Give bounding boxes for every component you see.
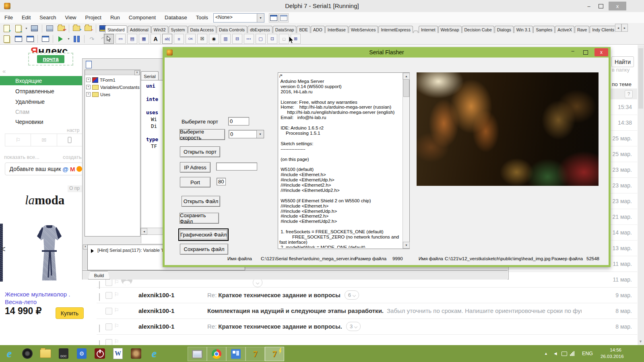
tray-language[interactable]: ENG bbox=[582, 345, 593, 362]
row-checkbox[interactable] bbox=[105, 323, 112, 330]
filter-flag-button[interactable]: ⚐ bbox=[5, 134, 31, 146]
thread-expander-icon[interactable] bbox=[99, 293, 100, 300]
component-listbox[interactable]: ▥ bbox=[221, 34, 231, 44]
find-button[interactable]: Найти bbox=[611, 56, 634, 67]
flasher-titlebar[interactable]: Serial Flasher – x bbox=[163, 47, 611, 58]
tree-item-variables[interactable]: + Variables/Constants bbox=[86, 84, 140, 90]
mail-subject[interactable]: Краткое техническое задание и вопросы. bbox=[218, 323, 342, 330]
tab-rave[interactable]: Rave bbox=[575, 26, 590, 33]
component-combobox[interactable]: ⊟ bbox=[232, 34, 242, 44]
trace-into-button[interactable]: ↷ bbox=[87, 34, 97, 43]
open-dropdown-icon[interactable]: ▼ bbox=[25, 27, 28, 30]
tab-additional[interactable]: Additional bbox=[128, 26, 151, 33]
add-file-button[interactable]: + bbox=[72, 24, 82, 33]
expand-icon[interactable]: + bbox=[86, 85, 91, 89]
maximize-button[interactable] bbox=[595, 2, 607, 10]
port-button[interactable]: Port bbox=[180, 177, 211, 187]
scrollbar-thumb[interactable] bbox=[403, 79, 409, 97]
taskbar-media-icon[interactable] bbox=[21, 348, 33, 360]
component-checkbox[interactable]: ☒ bbox=[197, 34, 207, 44]
ad-about-link[interactable]: О пр bbox=[68, 185, 84, 192]
set-debug-desktop-button[interactable] bbox=[279, 13, 289, 23]
filter-unread-button[interactable]: ✉ bbox=[31, 134, 57, 146]
open-port-button[interactable]: Открыть порт bbox=[180, 146, 220, 157]
thread-expander-icon[interactable] bbox=[99, 325, 100, 332]
mail-row[interactable]: ⚐ alexnik100-1 Re: Краткое техническое з… bbox=[97, 319, 611, 334]
component-popupmenu[interactable]: ▦ bbox=[139, 34, 149, 44]
tree-item-uses[interactable]: + Uses bbox=[86, 91, 110, 98]
tree-item-tform1[interactable]: + TForm1 bbox=[86, 76, 116, 83]
close-button[interactable]: x bbox=[609, 2, 626, 10]
tab-decision-cube[interactable]: Decision Cube bbox=[462, 26, 494, 33]
flag-icon[interactable]: ⚐ bbox=[114, 307, 119, 313]
tab-websnap[interactable]: WebSnap bbox=[438, 26, 462, 33]
tab-datasnap[interactable]: DataSnap bbox=[273, 26, 297, 33]
thread-count-badge[interactable]: 3 bbox=[346, 322, 361, 331]
component-mainmenu[interactable]: ▤ bbox=[127, 34, 137, 44]
tab-internetexpress[interactable]: InternetExpress bbox=[378, 26, 413, 33]
create-link[interactable]: создать bbox=[63, 154, 82, 160]
select-speed-button[interactable]: Выберите скорость bbox=[180, 129, 225, 140]
desktop-layout-combobox[interactable]: <None> ▼ bbox=[213, 13, 264, 23]
menu-run[interactable]: Run bbox=[106, 14, 124, 21]
tabs-scroll-left-icon[interactable]: ◄ bbox=[615, 24, 621, 32]
component-groupbox[interactable]: ▢ bbox=[256, 34, 266, 44]
ad-product-link[interactable]: Женское мультиколор . Весна-лето bbox=[5, 290, 70, 306]
settings-link[interactable]: настр bbox=[67, 128, 79, 133]
menu-tools[interactable]: Tools bbox=[192, 14, 213, 21]
tab-internet2[interactable]: Internet bbox=[419, 26, 438, 33]
mail-subject[interactable]: Комплектация на идущий и следующие этапы… bbox=[207, 307, 384, 314]
tray-clock[interactable]: 14:56 26.03.2016 bbox=[601, 347, 621, 360]
flag-icon[interactable]: ⚐ bbox=[114, 291, 119, 298]
tray-volume-icon[interactable]: ◄ bbox=[553, 345, 558, 362]
component-panel[interactable]: □ bbox=[279, 34, 289, 44]
tab-activex[interactable]: ActiveX bbox=[555, 26, 574, 33]
view-form-button[interactable] bbox=[13, 34, 23, 43]
component-label[interactable]: A bbox=[151, 34, 161, 44]
sidebar-item-spam[interactable]: Спам bbox=[0, 107, 83, 116]
scroll-up-icon[interactable]: ▲ bbox=[403, 73, 410, 80]
treeview-close-icon[interactable]: x bbox=[134, 70, 140, 75]
ip-address-input[interactable] bbox=[216, 162, 257, 171]
buy-button[interactable]: Купить bbox=[56, 307, 84, 319]
filter-attachment-button[interactable] bbox=[57, 134, 83, 146]
search-in-folder-link[interactable]: в папку bbox=[612, 67, 630, 73]
memo-scrollbar[interactable]: ▲ ▼ bbox=[402, 73, 409, 249]
tab-dialogs[interactable]: Dialogs bbox=[495, 26, 514, 33]
row-checkbox[interactable] bbox=[105, 308, 112, 315]
taskbar-doc-app-icon[interactable]: DOC bbox=[58, 348, 70, 360]
menu-file[interactable]: File bbox=[0, 14, 17, 21]
help-button-small[interactable]: ? bbox=[625, 90, 633, 98]
taskbar-camera-app-icon[interactable] bbox=[130, 348, 142, 360]
tab-data-controls[interactable]: Data Controls bbox=[217, 26, 247, 33]
tab-win31[interactable]: Win 3.1 bbox=[514, 26, 533, 33]
component-frames[interactable]: ▭ bbox=[116, 34, 126, 44]
tab-indy-clients[interactable]: Indy Clients bbox=[590, 26, 615, 33]
save-all-button[interactable] bbox=[45, 24, 55, 33]
task-screenshot-app[interactable] bbox=[188, 347, 207, 361]
scroll-down-icon[interactable]: ▼ bbox=[639, 339, 642, 343]
menu-database[interactable]: Database bbox=[160, 14, 192, 21]
pause-button[interactable] bbox=[72, 34, 82, 43]
mail-row[interactable]: ⚐ alexnik100-1 Re: Краткое техническое з… bbox=[97, 287, 611, 303]
component-scrollbar[interactable]: ▪▪▪ bbox=[244, 34, 254, 44]
toggle-form-unit-button[interactable] bbox=[25, 34, 35, 43]
tab-win32[interactable]: Win32 bbox=[151, 26, 168, 33]
component-memo[interactable]: ≡ bbox=[174, 34, 184, 44]
search-by-subject-link[interactable]: по теме bbox=[612, 81, 632, 87]
tray-display-icon[interactable] bbox=[561, 345, 567, 362]
collapse-sidebar-icon[interactable]: « bbox=[2, 68, 6, 74]
remove-file-button[interactable]: − bbox=[83, 24, 93, 33]
tab-system[interactable]: System bbox=[169, 26, 188, 33]
task-delphi[interactable]: 7 bbox=[246, 347, 265, 361]
expand-icon[interactable]: + bbox=[86, 92, 91, 97]
sidebar-item-drafts[interactable]: Черновики bbox=[0, 117, 83, 126]
port-value-input[interactable]: 80 bbox=[217, 178, 226, 185]
new-form-button[interactable] bbox=[40, 34, 50, 43]
pointer-tool-button[interactable] bbox=[104, 34, 114, 44]
run-dropdown-icon[interactable]: ▼ bbox=[67, 37, 70, 40]
view-unit-button[interactable] bbox=[2, 34, 12, 43]
expand-icon[interactable]: + bbox=[86, 78, 91, 82]
sketch-memo[interactable]: /* Arduino Mega Server version 0.14 (W55… bbox=[278, 72, 410, 249]
tab-standard[interactable]: Standard bbox=[105, 25, 127, 33]
